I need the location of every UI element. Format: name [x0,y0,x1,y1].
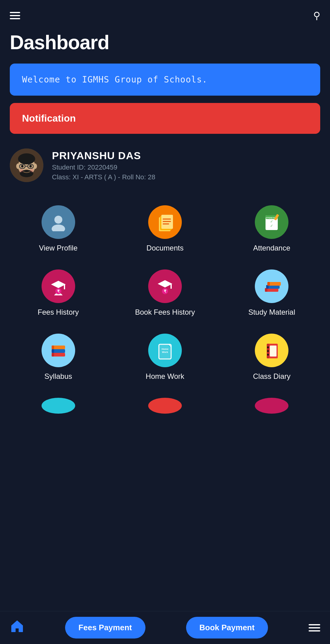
svg-text:✓: ✓ [270,219,273,224]
partial-icon-circle-3 [255,398,288,414]
page-title: Dashboard [0,26,330,64]
view-profile-icon [42,205,75,239]
partial-icon-3[interactable] [218,389,325,414]
book-fees-history-icon: ₹ [148,269,182,303]
svg-point-14 [54,216,62,224]
menu-item-fees-history[interactable]: ₹ Fees History [5,261,112,325]
svg-point-12 [20,169,23,172]
partial-icon-1[interactable] [5,389,112,414]
homework-icon: Home Work [148,334,182,367]
svg-marker-34 [158,280,172,287]
syllabus-label: Syllabus [44,372,72,381]
partial-icon-circle-2 [148,398,182,414]
partial-menu-row [0,389,330,414]
svg-rect-45 [52,353,54,357]
menu-item-homework[interactable]: Home Work Home Work [112,325,218,389]
svg-point-4 [33,163,37,169]
student-profile: PRIYANSHU DAS Student ID: 20220459 Class… [0,146,330,197]
svg-point-9 [29,165,32,167]
study-material-icon [255,269,288,303]
menu-item-view-profile[interactable]: View Profile [5,197,112,261]
svg-text:✓: ✓ [270,224,273,228]
svg-text:₹: ₹ [164,289,167,294]
attendance-icon: ATTENDANCE ✓ ✓ [255,205,288,239]
menu-item-attendance[interactable]: ATTENDANCE ✓ ✓ Attendance [218,197,325,261]
svg-text:Work: Work [162,351,168,353]
welcome-banner: Welcome to IGMHS Group of Schools. [10,64,320,96]
documents-label: Documents [146,244,183,252]
svg-point-8 [21,165,24,167]
search-icon[interactable]: ⚲ [313,10,320,21]
fees-history-label: Fees History [38,308,79,317]
svg-text:₹: ₹ [57,289,60,294]
bottom-menu-icon[interactable] [309,624,320,631]
svg-rect-59 [270,346,277,357]
syllabus-icon [42,334,75,367]
book-payment-button[interactable]: Book Payment [186,617,268,639]
class-diary-label: Class Diary [253,372,291,381]
student-class: Class: XI - ARTS ( A ) - Roll No: 28 [52,173,155,181]
book-fees-history-label: Book Fees History [135,308,195,317]
svg-point-57 [267,350,269,352]
partial-icon-circle-1 [42,398,75,414]
fees-payment-button[interactable]: Fees Payment [65,617,145,639]
partial-icon-2[interactable] [112,389,218,414]
class-diary-icon [255,334,288,367]
notification-banner[interactable]: Notification [10,103,320,134]
homework-label: Home Work [146,372,184,381]
menu-item-syllabus[interactable]: Syllabus [5,325,112,389]
student-name: PRIYANSHU DAS [52,150,155,162]
documents-icon [148,205,182,239]
menu-item-book-fees-history[interactable]: ₹ Book Fees History [112,261,218,325]
view-profile-label: View Profile [39,244,78,252]
attendance-label: Attendance [253,244,290,252]
menu-grid: View Profile Documents ATTENDANCE [0,197,330,389]
svg-rect-49 [52,346,54,349]
svg-rect-43 [267,282,270,286]
welcome-text: Welcome to IGMHS Group of Schools. [22,75,207,85]
menu-item-class-diary[interactable]: Class Diary [218,325,325,389]
svg-point-13 [30,169,34,172]
svg-point-58 [267,354,269,356]
home-icon[interactable] [10,619,24,637]
header: ⚲ [0,0,330,26]
svg-rect-35 [170,284,172,289]
menu-item-documents[interactable]: Documents [112,197,218,261]
notification-label: Notification [22,113,76,124]
study-material-label: Study Material [248,308,295,317]
svg-rect-47 [52,349,54,353]
bottom-navigation: Fees Payment Book Payment [0,611,330,644]
menu-item-study-material[interactable]: Study Material [218,261,325,325]
svg-rect-29 [64,284,65,289]
avatar [10,148,43,182]
svg-marker-28 [51,281,66,288]
student-id: Student ID: 20220459 [52,163,155,171]
fees-history-icon: ₹ [42,269,75,303]
svg-text:Home: Home [162,348,169,350]
hamburger-menu-icon[interactable] [10,12,20,19]
svg-point-56 [267,346,269,348]
svg-point-2 [18,153,35,164]
svg-point-15 [52,225,65,231]
student-info: PRIYANSHU DAS Student ID: 20220459 Class… [52,150,155,181]
